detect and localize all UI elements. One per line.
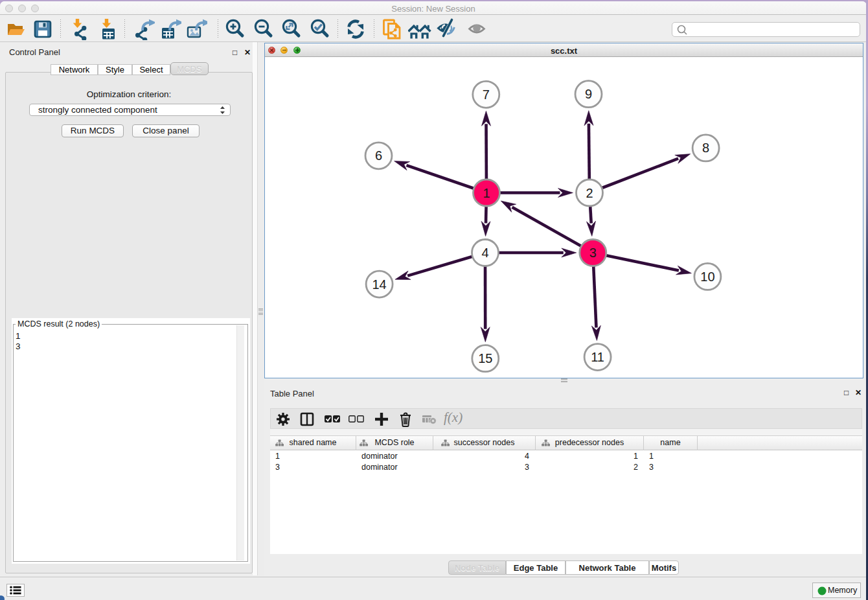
svg-text:9: 9 (585, 87, 592, 101)
svg-text:15: 15 (478, 351, 492, 365)
svg-text:10: 10 (700, 270, 714, 284)
svg-text:4: 4 (481, 246, 488, 260)
svg-text:2: 2 (586, 186, 593, 200)
svg-text:7: 7 (483, 87, 490, 102)
svg-text:6: 6 (375, 148, 382, 163)
svg-text:3: 3 (589, 246, 597, 260)
svg-text:8: 8 (702, 141, 709, 155)
svg-text:14: 14 (372, 277, 386, 292)
svg-text:11: 11 (591, 350, 604, 364)
svg-text:f(x): f(x) (444, 410, 463, 425)
svg-text:1: 1 (483, 186, 490, 200)
